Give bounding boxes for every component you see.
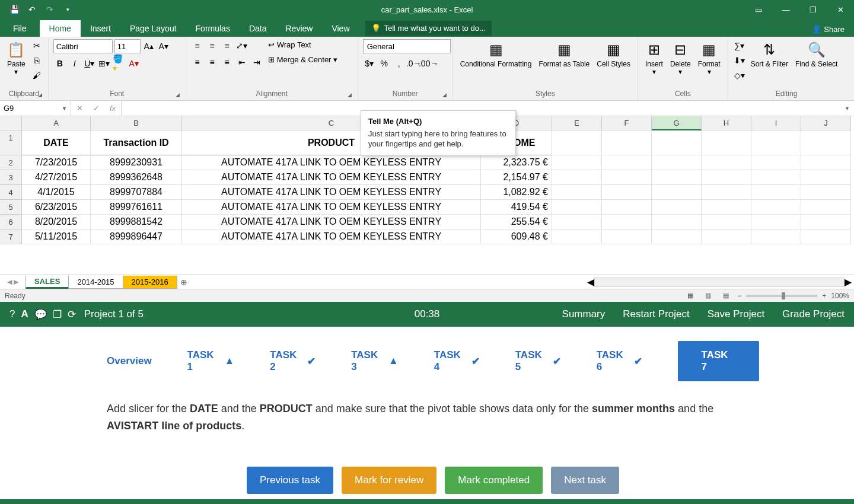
undo-icon[interactable]: ↶	[25, 2, 39, 17]
zoom-out-icon[interactable]: −	[737, 292, 741, 300]
cell[interactable]: 8999896447	[91, 229, 182, 244]
ribbon-options-icon[interactable]: ▭	[745, 0, 772, 19]
tab-task-7[interactable]: TASK 7	[678, 341, 759, 381]
clear-icon[interactable]: ◇▾	[733, 69, 746, 82]
row-header[interactable]: 7	[0, 229, 22, 244]
format-as-table-button[interactable]: ▦Format as Table	[536, 39, 592, 69]
sheet-tab-2014-2015[interactable]: 2014-2015	[68, 276, 123, 289]
cut-icon[interactable]: ✂	[30, 39, 43, 52]
percent-icon[interactable]: %	[378, 57, 391, 70]
refresh-icon[interactable]: ⟳	[68, 308, 76, 321]
next-task-button[interactable]: Next task	[551, 467, 619, 494]
restart-project-link[interactable]: Restart Project	[623, 308, 689, 320]
save-icon[interactable]: 💾	[7, 2, 21, 17]
sheet-tab-2015-2016[interactable]: 2015-2016	[123, 276, 177, 289]
dialog-launcher-icon[interactable]: ◢	[348, 92, 352, 98]
share-button[interactable]: 👤 Share	[802, 22, 854, 37]
col-header[interactable]: F	[602, 116, 652, 130]
tab-task-5[interactable]: TASK 5✔	[515, 349, 561, 373]
bold-button[interactable]: B	[53, 57, 66, 70]
cell[interactable]	[702, 130, 751, 155]
cancel-icon[interactable]: ✕	[71, 101, 88, 116]
text-icon[interactable]: A	[21, 308, 28, 321]
tab-task-2[interactable]: TASK 2✔	[270, 349, 316, 373]
cell[interactable]: DATE	[22, 130, 91, 155]
tab-task-4[interactable]: TASK 4✔	[434, 349, 480, 373]
maximize-icon[interactable]: ❐	[799, 0, 827, 19]
fx-icon[interactable]: fx	[104, 101, 121, 116]
font-size-select[interactable]	[114, 39, 141, 53]
help-icon[interactable]: ?	[9, 308, 15, 321]
cell[interactable]: AUTOMATE 417A LINK TO OEM KEYLESS ENTRY	[182, 155, 481, 170]
sort-filter-button[interactable]: ⇅Sort & Filter	[748, 39, 791, 69]
tell-me-box[interactable]: 💡 Tell me what you want to do...	[365, 21, 492, 36]
conditional-formatting-button[interactable]: ▦Conditional Formatting	[458, 39, 534, 69]
cell[interactable]: Transaction ID	[91, 130, 182, 155]
cell[interactable]: 8/20/2015	[22, 215, 91, 229]
cell[interactable]: AUTOMATE 417A LINK TO OEM KEYLESS ENTRY	[182, 185, 481, 200]
enter-icon[interactable]: ✓	[88, 101, 104, 116]
mark-completed-button[interactable]: Mark completed	[445, 467, 543, 494]
page-break-view-icon[interactable]: ▤	[719, 291, 732, 301]
cell[interactable]: 7/23/2015	[22, 155, 91, 170]
grade-project-link[interactable]: Grade Project	[782, 308, 845, 320]
cell[interactable]: AUTOMATE 417A LINK TO OEM KEYLESS ENTRY	[182, 170, 481, 185]
cell[interactable]: 8999230931	[91, 155, 182, 170]
redo-icon[interactable]: ↷	[43, 2, 57, 17]
save-project-link[interactable]: Save Project	[708, 308, 764, 320]
page-layout-view-icon[interactable]: ▥	[702, 291, 715, 301]
font-name-select[interactable]	[53, 39, 113, 53]
sheet-nav[interactable]: ◀ ▶	[0, 278, 26, 286]
align-center-icon[interactable]: ≡	[206, 56, 219, 69]
cell[interactable]: 255.54 €	[481, 215, 552, 229]
tab-formulas[interactable]: Formulas	[186, 20, 240, 37]
cell[interactable]: 1,082.92 €	[481, 185, 552, 200]
cell[interactable]	[751, 130, 801, 155]
dialog-launcher-icon[interactable]: ◢	[442, 92, 447, 98]
italic-button[interactable]: I	[68, 57, 81, 70]
row-header[interactable]: 5	[0, 200, 22, 215]
row-header[interactable]: 1	[0, 130, 22, 155]
paste-button[interactable]: 📋 Paste▾	[5, 39, 28, 77]
mark-for-review-button[interactable]: Mark for review	[342, 467, 436, 494]
tab-home[interactable]: Home	[40, 20, 81, 37]
tab-data[interactable]: Data	[240, 20, 276, 37]
cell[interactable]: 2,323.75 €	[481, 155, 552, 170]
add-sheet-button[interactable]: ⊕	[177, 277, 191, 287]
cell[interactable]	[801, 130, 851, 155]
number-format-select[interactable]	[363, 39, 451, 53]
row-header[interactable]: 2	[0, 155, 22, 170]
cell[interactable]: 8999881542	[91, 215, 182, 229]
col-header[interactable]: B	[91, 116, 182, 130]
tab-task-6[interactable]: TASK 6✔	[597, 349, 642, 373]
minimize-icon[interactable]: —	[772, 0, 799, 19]
align-right-icon[interactable]: ≡	[221, 56, 234, 69]
col-header[interactable]: J	[801, 116, 851, 130]
col-header[interactable]: G	[652, 116, 702, 130]
dialog-launcher-icon[interactable]: ◢	[176, 92, 180, 98]
decrease-decimal-icon[interactable]: .00→	[422, 57, 435, 70]
align-top-icon[interactable]: ≡	[191, 39, 204, 52]
row-header[interactable]: 6	[0, 215, 22, 229]
cell[interactable]	[652, 130, 702, 155]
merge-center-button[interactable]: ⊞Merge & Center ▾	[266, 54, 340, 65]
zoom-slider[interactable]	[746, 295, 817, 297]
close-icon[interactable]: ✕	[827, 0, 854, 19]
expand-formula-bar-icon[interactable]: ▾	[840, 105, 854, 111]
autosum-icon[interactable]: ∑▾	[733, 39, 746, 52]
cell[interactable]: AUTOMATE 417A LINK TO OEM KEYLESS ENTRY	[182, 229, 481, 244]
format-painter-icon[interactable]: 🖌	[30, 69, 43, 82]
tab-overview[interactable]: Overview	[107, 355, 152, 367]
cell[interactable]: 6/23/2015	[22, 200, 91, 215]
find-select-button[interactable]: 🔍Find & Select	[793, 39, 840, 69]
tab-task-3[interactable]: TASK 3▲	[351, 349, 399, 373]
tab-task-1[interactable]: TASK 1▲	[187, 349, 235, 373]
zoom-level[interactable]: 100%	[831, 292, 849, 300]
wrap-text-button[interactable]: ↩Wrap Text	[266, 39, 340, 50]
cell[interactable]: AUTOMATE 417A LINK TO OEM KEYLESS ENTRY	[182, 215, 481, 229]
align-middle-icon[interactable]: ≡	[206, 39, 219, 52]
zoom-in-icon[interactable]: +	[822, 292, 826, 300]
tab-review[interactable]: Review	[276, 20, 323, 37]
fill-color-button[interactable]: 🪣▾	[113, 57, 126, 70]
cell[interactable]: AUTOMATE 417A LINK TO OEM KEYLESS ENTRY	[182, 200, 481, 215]
